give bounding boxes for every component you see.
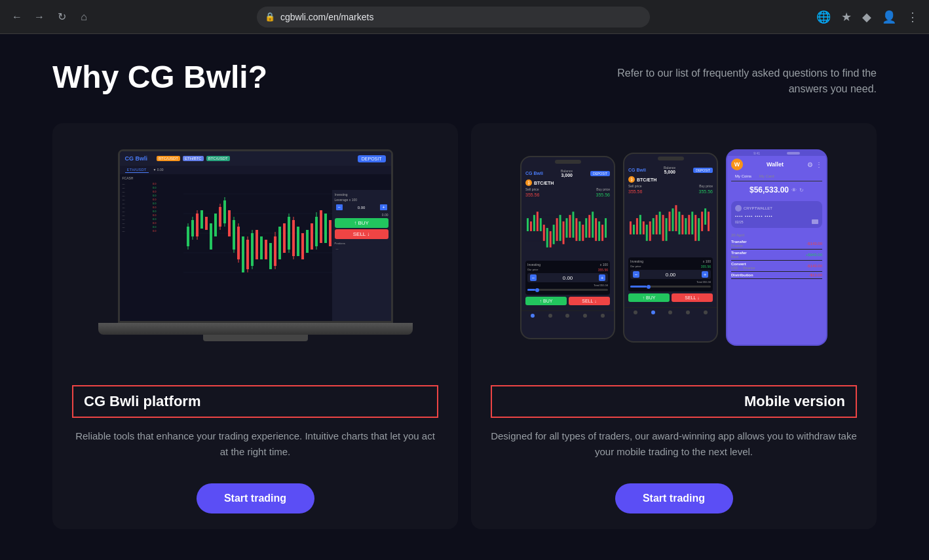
refresh-button[interactable]: ↻ (52, 8, 71, 26)
phone-2-total: Total 355.56 (630, 280, 711, 284)
phone-1-price: 355.56 (598, 268, 608, 272)
wallet-card-display: CRYPTWALLET •••• •••• •••• •••• 02/25 (731, 201, 822, 228)
phone-nav-dot-2 (548, 314, 552, 318)
chart-area: FCASH ---0.0 ---0.0 ---0.0 ---0.0 ---0.0… (120, 174, 391, 292)
svg-rect-100 (653, 218, 654, 234)
phone-2-minus[interactable]: − (633, 271, 639, 278)
url-text: cgbwli.com/en/markets (280, 12, 373, 22)
phone-1-minus[interactable]: − (530, 274, 537, 281)
address-bar[interactable]: 🔒 cgbwli.com/en/markets (257, 7, 650, 28)
wallet-eye-icon[interactable]: 👁 (791, 187, 797, 193)
screen-sell-btn: SELL ↓ (335, 229, 389, 239)
phone-1-logo: CG Bwli (525, 171, 543, 176)
history-item-4: Distribution -$13.00 (731, 272, 822, 279)
svg-rect-30 (260, 236, 263, 259)
phone-2-invest: Investing x 100 Our price 355.56 − 0.00 (628, 257, 713, 291)
svg-rect-104 (666, 218, 668, 241)
screen-logo: CG Bwli (125, 155, 148, 162)
platform-image-area: CG Bwli BTC/USDT ETH/BTC BTC/USDT DEPOSI… (52, 123, 458, 372)
home-button[interactable]: ⌂ (75, 8, 93, 26)
wallet-phone: 9:41 W Wallet ⚙ ⋮ My Coins (726, 149, 827, 346)
history-item-3-sub: USD → Binance (731, 266, 755, 270)
svg-rect-106 (672, 208, 673, 231)
svg-rect-108 (678, 212, 680, 234)
phone-2-logo: CG Bwli (628, 168, 646, 172)
bookmark-icon[interactable]: ★ (839, 7, 854, 27)
menu-icon[interactable]: ⋮ (904, 7, 921, 27)
wallet-more-icon[interactable]: ⋮ (816, 161, 822, 168)
laptop-mockup: CG Bwli BTC/USDT ETH/BTC BTC/USDT DEPOSI… (98, 149, 413, 346)
svg-rect-31 (265, 240, 267, 259)
history-item-3-amount: -$143.00 (806, 264, 822, 268)
svg-rect-73 (553, 225, 555, 244)
svg-rect-65 (527, 218, 529, 231)
phone-2-buy-btn[interactable]: ↑ BUY (628, 293, 670, 302)
svg-rect-78 (569, 215, 571, 238)
wallet-settings-icon[interactable]: ⚙ (807, 161, 813, 168)
svg-rect-82 (582, 225, 584, 241)
svg-rect-42 (301, 233, 304, 259)
svg-rect-93 (630, 221, 632, 234)
page-content: Why CG Bwli? Refer to our list of freque… (0, 34, 929, 560)
phone-1-deposit: DEPOSIT (590, 171, 610, 176)
svg-rect-68 (537, 212, 539, 231)
svg-rect-112 (691, 212, 693, 234)
security-icon: 🔒 (265, 12, 275, 22)
extensions-icon[interactable]: ◆ (860, 7, 874, 27)
svg-rect-86 (595, 218, 597, 241)
wallet-card-number: •••• •••• •••• •••• (735, 214, 818, 218)
translate-icon[interactable]: 🌐 (814, 7, 833, 27)
svg-rect-70 (543, 225, 545, 241)
phone-2-sell-btn[interactable]: SELL ↓ (672, 293, 713, 302)
wallet-header: W Wallet ⚙ ⋮ (727, 156, 826, 173)
wallet-balance-amount: $56,533.00 (749, 185, 789, 195)
phone-2-content: CG Bwli Balance 5,000 DEPOSIT ₿ BTC/ETH (624, 163, 717, 305)
svg-rect-117 (708, 212, 710, 231)
faq-description: Refer to our list of frequently asked qu… (601, 60, 877, 97)
svg-rect-43 (306, 230, 309, 253)
wallet-tab-card[interactable]: My Card (755, 173, 778, 181)
screen-tab-chart: ETH/USDT (125, 167, 149, 173)
history-item-3: Convert USD → Binance -$143.00 (731, 261, 822, 272)
history-item-1-amount: -$143.00 (806, 242, 822, 246)
history-item-1: Transfer Finance -$143.00 (731, 238, 822, 250)
history-item-4-label: Distribution (731, 273, 753, 277)
wallet-logo-icon: W (731, 159, 743, 170)
phone-2-sell-price: 355.56 (628, 189, 642, 194)
phone-1-buy-btn[interactable]: ↑ BUY (525, 297, 567, 305)
wallet-refresh-icon[interactable]: ↻ (799, 187, 804, 193)
mobile-start-trading-button[interactable]: Start trading (615, 483, 733, 513)
history-item-4-amount: -$13.00 (809, 273, 822, 277)
phone-2: CG Bwli Balance 5,000 DEPOSIT ₿ BTC/ETH (623, 153, 718, 343)
phone-2-pair: ₿ BTC/ETH (628, 176, 713, 183)
phone-1-sell-btn[interactable]: SELL ↓ (569, 297, 610, 305)
phone-2-deposit: DEPOSIT (693, 168, 713, 173)
profile-icon[interactable]: 👤 (879, 7, 899, 27)
svg-rect-111 (688, 215, 690, 234)
phone-1-price-label: Our price (527, 268, 538, 272)
phone-2-plus[interactable]: + (702, 271, 708, 278)
phone-2-amount: 0.00 (666, 272, 676, 278)
history-item-2: Transfer Bank +$943.00 (731, 250, 822, 261)
mobile-card-description: Designed for all types of traders, our a… (491, 428, 857, 468)
svg-rect-41 (297, 227, 299, 256)
svg-rect-36 (283, 223, 286, 253)
phone-1-amount: 0.00 (563, 275, 573, 281)
screen-right-panel: Investing Leverage x 100 − 0.00 + (332, 190, 391, 321)
phone-1-leverage: x 100 (600, 263, 608, 267)
platform-start-trading-button[interactable]: Start trading (197, 483, 314, 513)
wallet-balance-section: $56,533.00 👁 ↻ (727, 181, 826, 198)
svg-rect-98 (646, 225, 648, 241)
forward-button[interactable]: → (30, 8, 48, 26)
mobile-card-title: Mobile version (744, 393, 845, 410)
svg-rect-115 (701, 212, 703, 231)
wallet-card-chip (812, 219, 818, 224)
phone-notch-1 (555, 160, 581, 164)
phone-1-plus[interactable]: + (599, 274, 605, 281)
phone-1-chart (525, 202, 610, 254)
wallet-tab-coins[interactable]: My Coins (731, 173, 755, 181)
back-button[interactable]: ← (8, 8, 26, 26)
phone-1-content: CG Bwli Balance 3,000 DEPOSIT ₿ BTC/ETH (521, 166, 614, 308)
phone-1-investing-label: Investing (527, 263, 540, 267)
svg-rect-85 (592, 212, 594, 238)
